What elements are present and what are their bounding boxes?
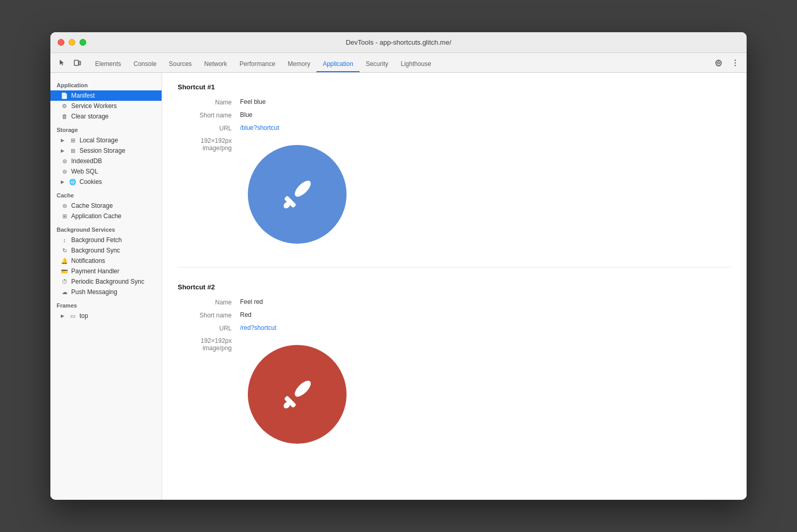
sidebar-item-label: Service Workers (71, 102, 117, 110)
close-button[interactable] (58, 39, 64, 46)
expand-arrow-icon: ▶ (61, 148, 66, 153)
bell-icon: 🔔 (61, 258, 68, 264)
shortcut-1-shortname-row: Short name Blue (178, 111, 731, 119)
sidebar-item-label: Session Storage (79, 147, 125, 154)
url-link[interactable]: /blue?shortcut (240, 124, 279, 131)
url-label: URL (178, 124, 240, 132)
sidebar-item-label: IndexedDB (71, 157, 102, 165)
name-value: Feel red (240, 298, 263, 305)
image-labels: 192×192px image/png (178, 137, 240, 152)
db-icon: ⊜ (61, 158, 68, 165)
short-name-value: Blue (240, 111, 253, 118)
tab-sources[interactable]: Sources (163, 57, 198, 72)
sidebar-item-background-fetch[interactable]: ↕ Background Fetch (50, 235, 162, 245)
tabs-bar: Elements Console Sources Network Perform… (50, 53, 747, 73)
section-frames: Frames (50, 297, 162, 311)
titlebar: DevTools - app-shortcuts.glitch.me/ (50, 32, 747, 53)
sidebar-item-label: Periodic Background Sync (71, 278, 144, 285)
shortcut-2-url-row: URL /red?shortcut (178, 324, 731, 332)
name-label: Name (178, 98, 240, 106)
sidebar-item-label: Cache Storage (71, 202, 113, 209)
db-icon: ⊞ (69, 137, 76, 144)
expand-arrow-icon: ▶ (61, 313, 66, 318)
svg-point-4 (735, 64, 736, 65)
image-size: 192×192px (178, 337, 232, 344)
device-icon[interactable] (70, 56, 85, 70)
sidebar-item-indexeddb[interactable]: ⊜ IndexedDB (50, 156, 162, 166)
sync-icon: ↻ (61, 247, 68, 254)
cursor-icon[interactable] (55, 56, 69, 70)
more-icon[interactable] (728, 56, 742, 70)
devtools-panel: Elements Console Sources Network Perform… (50, 53, 747, 500)
sidebar-item-label: Background Fetch (71, 236, 122, 244)
short-name-label: Short name (178, 111, 240, 119)
tab-console[interactable]: Console (127, 57, 163, 72)
sidebar-item-push-messaging[interactable]: ☁ Push Messaging (50, 287, 162, 297)
sidebar-item-payment-handler[interactable]: 💳 Payment Handler (50, 266, 162, 276)
maximize-button[interactable] (79, 39, 86, 46)
sidebar-item-clear-storage[interactable]: 🗑 Clear storage (50, 111, 162, 122)
shortcut-2-shortname-row: Short name Red (178, 311, 731, 319)
sidebar-item-cookies[interactable]: ▶ 🌐 Cookies (50, 177, 162, 187)
tab-memory[interactable]: Memory (282, 57, 316, 72)
shortcut-1-image-row: 192×192px image/png (178, 137, 731, 251)
clock-icon: ⏱ (61, 278, 68, 285)
url-label: URL (178, 324, 240, 332)
image-size: 192×192px (178, 137, 232, 144)
shortcut-1-title: Shortcut #1 (178, 83, 731, 91)
image-type: image/png (178, 344, 232, 352)
svg-point-3 (735, 62, 736, 63)
shortcut-2: Shortcut #2 Name Feel red Short name Red… (178, 283, 731, 467)
sidebar-item-service-workers[interactable]: ⚙ Service Workers (50, 101, 162, 111)
db-icon: ⊞ (69, 148, 76, 154)
paintbrush-icon (274, 371, 321, 418)
image-type: image/png (178, 144, 232, 152)
svg-point-5 (292, 178, 313, 200)
sidebar-item-background-sync[interactable]: ↻ Background Sync (50, 245, 162, 256)
window-title: DevTools - app-shortcuts.glitch.me/ (346, 38, 451, 46)
tab-application[interactable]: Application (316, 57, 360, 72)
cookie-icon: 🌐 (69, 179, 76, 185)
cloud-icon: ☁ (61, 289, 68, 296)
section-background-services: Background Services (50, 221, 162, 235)
sidebar-item-label: Payment Handler (71, 268, 119, 275)
sidebar-item-local-storage[interactable]: ▶ ⊞ Local Storage (50, 135, 162, 145)
tabs-right-controls (711, 56, 742, 70)
minimize-button[interactable] (69, 39, 75, 46)
settings-icon[interactable] (711, 56, 726, 70)
sidebar-item-label: Cookies (79, 178, 102, 185)
image-labels: 192×192px image/png (178, 337, 240, 352)
shortcut-1-url-row: URL /blue?shortcut (178, 124, 731, 132)
sidebar-item-label: Web SQL (71, 168, 98, 175)
tab-security[interactable]: Security (360, 57, 394, 72)
sidebar-item-manifest[interactable]: 📄 Manifest (50, 90, 162, 101)
svg-rect-0 (74, 60, 78, 65)
sidebar-item-notifications[interactable]: 🔔 Notifications (50, 256, 162, 266)
blue-circle (248, 145, 347, 244)
tab-network[interactable]: Network (198, 57, 233, 72)
frame-icon: ▭ (69, 313, 76, 320)
sidebar-item-label: Background Sync (71, 247, 120, 254)
trash-icon: 🗑 (61, 113, 68, 119)
sidebar-item-websql[interactable]: ⊜ Web SQL (50, 166, 162, 177)
name-label: Name (178, 298, 240, 306)
shortcut-2-image (240, 337, 354, 451)
tab-elements[interactable]: Elements (89, 57, 127, 72)
expand-arrow-icon: ▶ (61, 179, 66, 184)
sidebar-item-application-cache[interactable]: ⊞ Application Cache (50, 211, 162, 221)
url-link[interactable]: /red?shortcut (240, 324, 276, 331)
sidebar-item-cache-storage[interactable]: ⊜ Cache Storage (50, 201, 162, 211)
sidebar-item-session-storage[interactable]: ▶ ⊞ Session Storage (50, 145, 162, 156)
tab-lighthouse[interactable]: Lighthouse (394, 57, 437, 72)
tabs-list: Elements Console Sources Network Perform… (89, 53, 711, 72)
tab-performance[interactable]: Performance (233, 57, 282, 72)
sidebar-item-top[interactable]: ▶ ▭ top (50, 311, 162, 321)
sidebar-item-periodic-bg-sync[interactable]: ⏱ Periodic Background Sync (50, 276, 162, 287)
sidebar-item-label: Manifest (71, 92, 95, 99)
grid-icon: ⊞ (61, 213, 68, 220)
section-application: Application (50, 77, 162, 90)
tab-icons (55, 56, 85, 70)
paintbrush-icon (274, 171, 321, 218)
sidebar-item-label: Notifications (71, 257, 105, 264)
sidebar-item-label: Clear storage (71, 113, 109, 120)
